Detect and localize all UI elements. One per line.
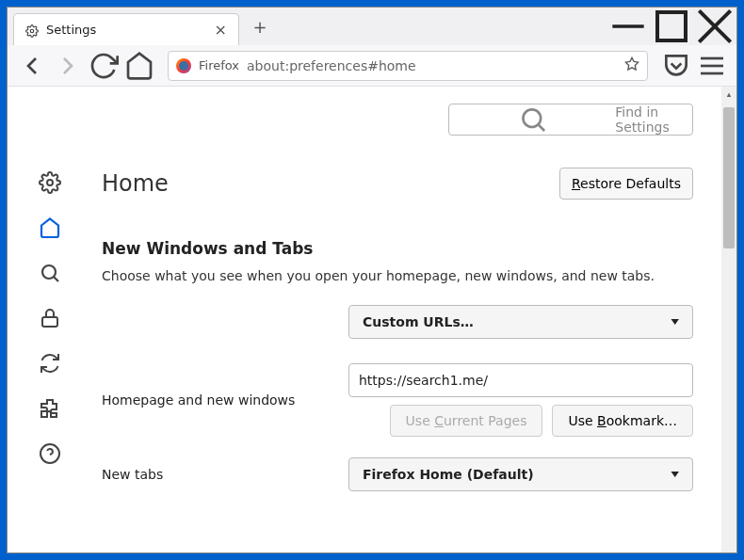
home-button[interactable] [124, 51, 154, 81]
maximize-button[interactable] [650, 8, 693, 45]
privacy-icon[interactable] [39, 307, 61, 329]
url-bar[interactable]: Firefox about:preferences#home [168, 51, 648, 81]
window-controls [607, 8, 736, 45]
use-current-pages-button[interactable]: Use Current Pages [390, 405, 543, 437]
titlebar: Settings × + [8, 8, 736, 45]
svg-line-16 [538, 124, 544, 131]
search-icon [459, 104, 607, 135]
search-icon[interactable] [39, 262, 61, 284]
restore-defaults-button[interactable]: Restore Defaults [559, 168, 693, 200]
url-text: about:preferences#home [247, 58, 617, 73]
scrollbar-thumb[interactable] [723, 107, 735, 248]
settings-main: Find in Settings Home Restore Defaults N… [92, 87, 721, 552]
select-value: Custom URLs… [363, 314, 474, 329]
svg-point-9 [47, 180, 53, 185]
page-title: Home [102, 170, 169, 197]
svg-rect-2 [657, 12, 686, 40]
newtabs-select[interactable]: Firefox Home (Default) ▼ [348, 457, 693, 491]
use-bookmark-button[interactable]: Use Bookmark… [552, 405, 693, 437]
scrollbar[interactable] [721, 87, 736, 552]
content-area: Find in Settings Home Restore Defaults N… [8, 87, 736, 552]
sync-icon[interactable] [39, 352, 61, 375]
settings-sidebar [8, 87, 92, 552]
svg-line-11 [54, 277, 58, 281]
minimize-button[interactable] [607, 8, 650, 45]
homepage-mode-select[interactable]: Custom URLs… ▼ [348, 305, 693, 339]
svg-point-15 [523, 109, 541, 127]
svg-point-10 [42, 265, 56, 279]
help-icon[interactable] [39, 442, 61, 465]
url-label: Firefox [199, 58, 239, 72]
extensions-icon[interactable] [39, 397, 61, 420]
browser-tab[interactable]: Settings × [13, 13, 239, 45]
gear-icon [25, 24, 39, 37]
chevron-down-icon: ▼ [671, 470, 679, 478]
toolbar: Firefox about:preferences#home [8, 45, 736, 87]
tab-title: Settings [46, 23, 207, 37]
settings-page: Find in Settings Home Restore Defaults N… [8, 87, 721, 552]
svg-marker-5 [625, 57, 638, 70]
section-title: New Windows and Tabs [102, 239, 693, 258]
homepage-url-input[interactable]: https://search1.me/ [348, 363, 693, 397]
chevron-down-icon: ▼ [671, 317, 679, 326]
menu-button[interactable] [697, 51, 727, 81]
close-tab-icon[interactable]: × [215, 21, 227, 39]
svg-point-0 [30, 29, 34, 33]
bookmark-star-icon[interactable] [624, 56, 639, 75]
browser-window: Settings × + Firefox about:preferences#h… [7, 7, 737, 553]
reload-button[interactable] [89, 51, 119, 81]
close-window-button[interactable] [693, 8, 736, 45]
select-value: Firefox Home (Default) [363, 467, 534, 482]
homepage-label: Homepage and new windows [102, 392, 337, 408]
newtabs-label: New tabs [102, 467, 337, 482]
svg-rect-12 [42, 317, 57, 327]
settings-search-input[interactable]: Find in Settings [448, 104, 693, 136]
home-icon[interactable] [39, 216, 61, 239]
forward-button[interactable] [53, 51, 83, 81]
pocket-button[interactable] [661, 51, 691, 81]
search-placeholder: Find in Settings [615, 104, 683, 135]
new-tab-button[interactable]: + [247, 13, 273, 40]
general-icon[interactable] [39, 171, 61, 194]
section-description: Choose what you see when you open your h… [102, 267, 693, 286]
back-button[interactable] [17, 51, 47, 81]
firefox-icon [176, 58, 191, 73]
